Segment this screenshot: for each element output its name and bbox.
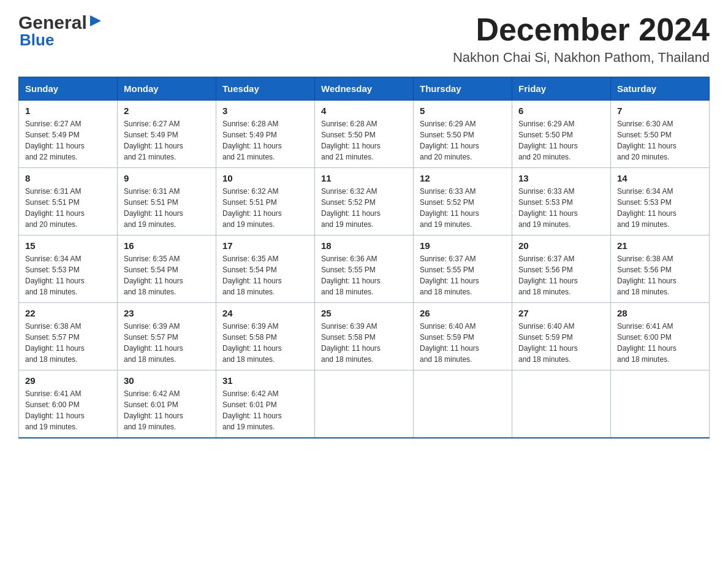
day-number: 15 [25,240,111,251]
day-info: Sunrise: 6:38 AMSunset: 5:56 PMDaylight:… [617,253,703,297]
day-info: Sunrise: 6:27 AMSunset: 5:49 PMDaylight:… [124,118,210,163]
day-info: Sunrise: 6:42 AMSunset: 6:01 PMDaylight:… [222,388,308,432]
table-row: 3 Sunrise: 6:28 AMSunset: 5:49 PMDayligh… [216,101,315,168]
table-row: 16 Sunrise: 6:35 AMSunset: 5:54 PMDaylig… [118,236,216,303]
day-number: 25 [321,308,407,318]
table-row: 19 Sunrise: 6:37 AMSunset: 5:55 PMDaylig… [414,236,512,303]
table-row: 18 Sunrise: 6:36 AMSunset: 5:55 PMDaylig… [315,236,414,303]
day-info: Sunrise: 6:32 AMSunset: 5:52 PMDaylight:… [321,186,407,230]
table-row: 17 Sunrise: 6:35 AMSunset: 5:54 PMDaylig… [216,236,315,303]
table-row: 29 Sunrise: 6:41 AMSunset: 6:00 PMDaylig… [19,370,118,439]
day-info: Sunrise: 6:38 AMSunset: 5:57 PMDaylight:… [25,321,111,365]
day-info: Sunrise: 6:31 AMSunset: 5:51 PMDaylight:… [124,186,210,230]
day-info: Sunrise: 6:35 AMSunset: 5:54 PMDaylight:… [222,253,308,297]
day-number: 6 [518,105,604,116]
table-row: 12 Sunrise: 6:33 AMSunset: 5:52 PMDaylig… [414,168,512,236]
day-info: Sunrise: 6:29 AMSunset: 5:50 PMDaylight:… [420,118,506,163]
table-row [315,370,414,439]
day-info: Sunrise: 6:35 AMSunset: 5:54 PMDaylight:… [124,253,210,297]
table-row: 2 Sunrise: 6:27 AMSunset: 5:49 PMDayligh… [118,101,216,168]
table-row: 14 Sunrise: 6:34 AMSunset: 5:53 PMDaylig… [611,168,710,236]
table-row: 4 Sunrise: 6:28 AMSunset: 5:50 PMDayligh… [315,101,414,168]
table-row [414,370,512,439]
col-thursday: Thursday [414,77,512,101]
day-number: 11 [321,173,407,183]
day-info: Sunrise: 6:40 AMSunset: 5:59 PMDaylight:… [420,321,506,365]
col-tuesday: Tuesday [216,77,315,101]
table-row: 26 Sunrise: 6:40 AMSunset: 5:59 PMDaylig… [414,303,512,370]
calendar-week-row: 22 Sunrise: 6:38 AMSunset: 5:57 PMDaylig… [19,303,710,370]
table-row: 10 Sunrise: 6:32 AMSunset: 5:51 PMDaylig… [216,168,315,236]
table-row: 28 Sunrise: 6:41 AMSunset: 6:00 PMDaylig… [611,303,710,370]
table-row: 13 Sunrise: 6:33 AMSunset: 5:53 PMDaylig… [512,168,611,236]
calendar-week-row: 8 Sunrise: 6:31 AMSunset: 5:51 PMDayligh… [19,168,710,236]
day-number: 10 [222,173,308,183]
day-number: 5 [420,105,506,116]
day-number: 2 [124,105,210,116]
day-info: Sunrise: 6:41 AMSunset: 6:00 PMDaylight:… [617,321,703,365]
table-row: 6 Sunrise: 6:29 AMSunset: 5:50 PMDayligh… [512,101,611,168]
day-info: Sunrise: 6:40 AMSunset: 5:59 PMDaylight:… [518,321,604,365]
col-saturday: Saturday [611,77,710,101]
table-row: 20 Sunrise: 6:37 AMSunset: 5:56 PMDaylig… [512,236,611,303]
table-row: 11 Sunrise: 6:32 AMSunset: 5:52 PMDaylig… [315,168,414,236]
day-number: 24 [222,308,308,318]
table-row: 7 Sunrise: 6:30 AMSunset: 5:50 PMDayligh… [611,101,710,168]
day-info: Sunrise: 6:39 AMSunset: 5:57 PMDaylight:… [124,321,210,365]
day-number: 28 [617,308,703,318]
day-info: Sunrise: 6:33 AMSunset: 5:53 PMDaylight:… [518,186,604,230]
day-info: Sunrise: 6:30 AMSunset: 5:50 PMDaylight:… [617,118,703,163]
title-area: December 2024 Nakhon Chai Si, Nakhon Pat… [453,12,710,66]
day-info: Sunrise: 6:28 AMSunset: 5:50 PMDaylight:… [321,118,407,163]
day-number: 22 [25,308,111,318]
day-number: 8 [25,173,111,183]
day-number: 31 [222,375,308,386]
day-number: 27 [518,308,604,318]
svg-marker-0 [90,15,101,26]
table-row: 1 Sunrise: 6:27 AMSunset: 5:49 PMDayligh… [19,101,118,168]
day-number: 4 [321,105,407,116]
day-number: 23 [124,308,210,318]
day-number: 12 [420,173,506,183]
day-info: Sunrise: 6:29 AMSunset: 5:50 PMDaylight:… [518,118,604,163]
day-info: Sunrise: 6:34 AMSunset: 5:53 PMDaylight:… [25,253,111,297]
day-info: Sunrise: 6:33 AMSunset: 5:52 PMDaylight:… [420,186,506,230]
day-info: Sunrise: 6:36 AMSunset: 5:55 PMDaylight:… [321,253,407,297]
day-info: Sunrise: 6:34 AMSunset: 5:53 PMDaylight:… [617,186,703,230]
month-year-title: December 2024 [453,12,710,47]
calendar-header-row: Sunday Monday Tuesday Wednesday Thursday… [19,77,710,101]
table-row: 30 Sunrise: 6:42 AMSunset: 6:01 PMDaylig… [118,370,216,439]
day-number: 29 [25,375,111,386]
day-number: 1 [25,105,111,116]
day-number: 26 [420,308,506,318]
day-number: 18 [321,240,407,251]
day-number: 7 [617,105,703,116]
table-row: 24 Sunrise: 6:39 AMSunset: 5:58 PMDaylig… [216,303,315,370]
col-wednesday: Wednesday [315,77,414,101]
table-row: 15 Sunrise: 6:34 AMSunset: 5:53 PMDaylig… [19,236,118,303]
logo: General Blue [18,12,102,50]
day-info: Sunrise: 6:27 AMSunset: 5:49 PMDaylight:… [25,118,111,163]
table-row: 23 Sunrise: 6:39 AMSunset: 5:57 PMDaylig… [118,303,216,370]
day-number: 21 [617,240,703,251]
day-info: Sunrise: 6:28 AMSunset: 5:49 PMDaylight:… [222,118,308,163]
day-number: 14 [617,173,703,183]
col-friday: Friday [512,77,611,101]
day-number: 16 [124,240,210,251]
day-number: 9 [124,173,210,183]
logo-blue-text: Blue [20,31,102,50]
table-row: 31 Sunrise: 6:42 AMSunset: 6:01 PMDaylig… [216,370,315,439]
table-row: 8 Sunrise: 6:31 AMSunset: 5:51 PMDayligh… [19,168,118,236]
day-info: Sunrise: 6:31 AMSunset: 5:51 PMDaylight:… [25,186,111,230]
day-info: Sunrise: 6:39 AMSunset: 5:58 PMDaylight:… [222,321,308,365]
table-row [512,370,611,439]
day-info: Sunrise: 6:41 AMSunset: 6:00 PMDaylight:… [25,388,111,432]
day-number: 20 [518,240,604,251]
day-info: Sunrise: 6:42 AMSunset: 6:01 PMDaylight:… [124,388,210,432]
logo-arrow-icon [89,14,102,30]
calendar-week-row: 15 Sunrise: 6:34 AMSunset: 5:53 PMDaylig… [19,236,710,303]
table-row: 22 Sunrise: 6:38 AMSunset: 5:57 PMDaylig… [19,303,118,370]
day-info: Sunrise: 6:32 AMSunset: 5:51 PMDaylight:… [222,186,308,230]
day-number: 13 [518,173,604,183]
day-info: Sunrise: 6:39 AMSunset: 5:58 PMDaylight:… [321,321,407,365]
